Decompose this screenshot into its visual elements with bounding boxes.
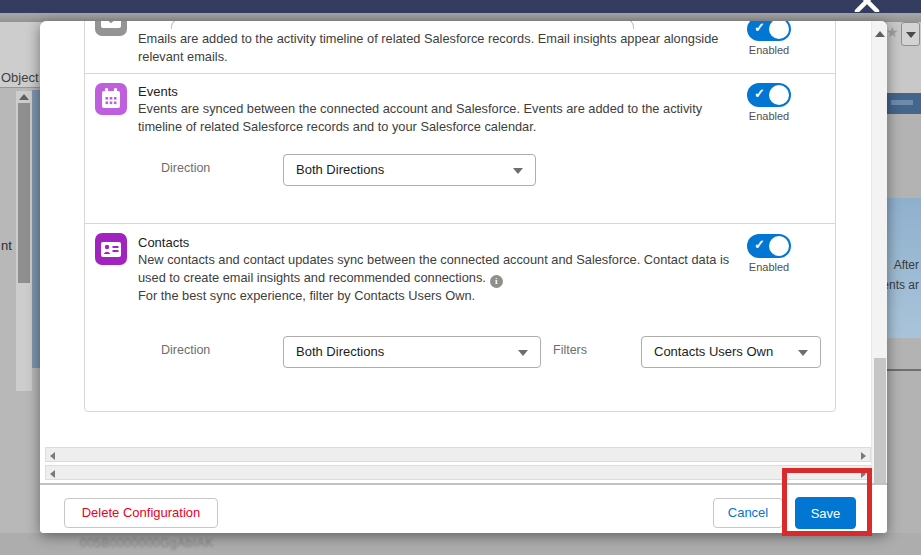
events-toggle-label: Enabled bbox=[739, 110, 799, 122]
contacts-description-text: New contacts and contact updates sync be… bbox=[138, 252, 729, 285]
tab-divider bbox=[0, 87, 41, 88]
contacts-filters-select[interactable]: Contacts Users Own bbox=[641, 336, 821, 368]
capabilities-card: Emails Emails are added to the activity … bbox=[84, 21, 836, 412]
events-direction-label: Direction bbox=[161, 161, 210, 175]
toggle-knob bbox=[769, 85, 789, 105]
screen: Object M nt ★ After ents ar 005B0000000G… bbox=[0, 0, 921, 555]
close-icon[interactable] bbox=[848, 0, 886, 12]
background-text-fragment: ents ar bbox=[887, 278, 919, 292]
events-description: Events are synced between the connected … bbox=[138, 100, 739, 136]
contacts-direction-value: Both Directions bbox=[296, 344, 384, 359]
events-section: Events Events are synced between the con… bbox=[85, 73, 835, 223]
save-button[interactable]: Save bbox=[795, 497, 856, 529]
contacts-filters-value: Contacts Users Own bbox=[654, 344, 773, 359]
clipped-field-outline bbox=[171, 21, 634, 29]
background-dropdown-button bbox=[901, 22, 920, 46]
event-icon bbox=[95, 83, 127, 115]
contacts-title: Contacts bbox=[138, 235, 189, 250]
emails-toggle[interactable]: ✓ bbox=[747, 21, 791, 41]
contacts-toggle-label: Enabled bbox=[739, 261, 799, 273]
toggle-knob bbox=[769, 236, 789, 256]
emails-section: Emails Emails are added to the activity … bbox=[85, 21, 835, 73]
background-nav-text-fragment: nt bbox=[1, 238, 12, 253]
modal-footer: Delete Configuration Cancel Save bbox=[40, 485, 887, 533]
events-direction-value: Both Directions bbox=[296, 162, 384, 177]
global-header-bar bbox=[0, 0, 921, 13]
background-record-id: 005B0000000GgAbIAK bbox=[80, 536, 214, 550]
contacts-section: Contacts New contacts and contact update… bbox=[85, 223, 835, 413]
contacts-filters-label: Filters bbox=[553, 343, 587, 357]
chevron-down-icon bbox=[518, 350, 528, 356]
contacts-toggle-wrap: ✓ Enabled bbox=[739, 234, 799, 273]
sync-settings-modal: Emails Emails are added to the activity … bbox=[40, 21, 887, 533]
info-icon[interactable]: i bbox=[490, 275, 503, 288]
background-divider bbox=[887, 369, 921, 371]
favorite-star-icon: ★ bbox=[886, 24, 899, 40]
chevron-down-icon bbox=[906, 32, 916, 38]
scroll-right-icon[interactable] bbox=[861, 452, 866, 460]
emails-toggle-label: Enabled bbox=[739, 44, 799, 56]
check-icon: ✓ bbox=[754, 237, 765, 252]
email-icon bbox=[95, 21, 127, 36]
toggle-knob bbox=[769, 21, 789, 39]
contacts-direction-label: Direction bbox=[161, 343, 210, 357]
contacts-note: For the best sync experience, filter by … bbox=[138, 288, 739, 303]
contacts-toggle[interactable]: ✓ bbox=[747, 234, 791, 258]
background-text-fragment: After bbox=[894, 258, 919, 272]
emails-toggle-wrap: ✓ Enabled bbox=[739, 21, 799, 56]
scroll-right-icon[interactable] bbox=[861, 470, 866, 478]
background-scrollbar-up-icon bbox=[19, 94, 29, 100]
scroll-left-icon[interactable] bbox=[50, 470, 55, 478]
vertical-scrollbar[interactable] bbox=[871, 21, 887, 533]
horizontal-scrollbar[interactable] bbox=[45, 447, 871, 462]
check-icon: ✓ bbox=[754, 21, 765, 35]
background-banner: After ents ar bbox=[887, 198, 921, 338]
events-title: Events bbox=[138, 84, 178, 99]
contacts-direction-select[interactable]: Both Directions bbox=[283, 336, 541, 368]
events-toggle[interactable]: ✓ bbox=[747, 83, 791, 107]
delete-configuration-button[interactable]: Delete Configuration bbox=[64, 498, 218, 528]
scroll-left-icon[interactable] bbox=[50, 452, 55, 460]
contact-icon bbox=[95, 233, 127, 265]
chevron-down-icon bbox=[798, 350, 808, 356]
events-toggle-wrap: ✓ Enabled bbox=[739, 83, 799, 122]
cancel-button[interactable]: Cancel bbox=[713, 498, 783, 528]
contacts-description: New contacts and contact updates sync be… bbox=[138, 251, 739, 288]
chevron-down-icon bbox=[513, 168, 523, 174]
emails-description: Emails are added to the activity timelin… bbox=[138, 30, 739, 66]
events-direction-select[interactable]: Both Directions bbox=[283, 154, 536, 186]
background-scrollbar-thumb bbox=[18, 103, 30, 283]
horizontal-scrollbar[interactable] bbox=[45, 465, 871, 480]
check-icon: ✓ bbox=[754, 86, 765, 101]
background-section-bar bbox=[887, 93, 921, 114]
scroll-up-icon[interactable] bbox=[875, 31, 885, 37]
